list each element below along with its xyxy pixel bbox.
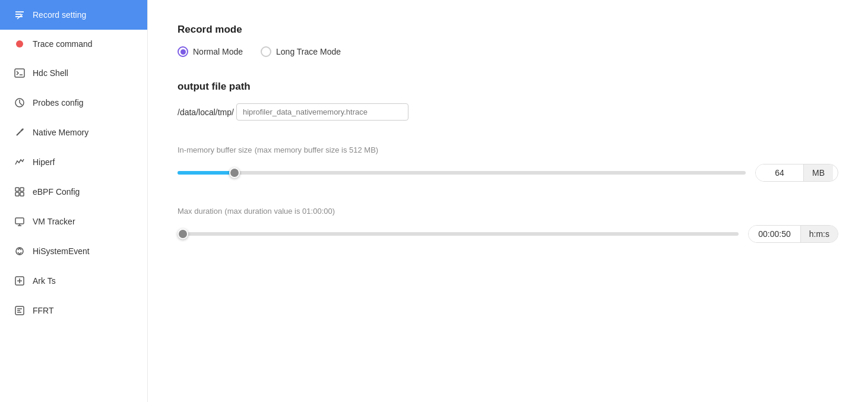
- sidebar-item-label: HiSystemEvent: [33, 246, 90, 256]
- sidebar-item-probes-config[interactable]: Probes config: [0, 88, 147, 118]
- ark-icon: [14, 276, 26, 286]
- svg-rect-13: [20, 192, 24, 196]
- sidebar-item-label: Native Memory: [33, 128, 88, 137]
- sidebar-item-ffrt[interactable]: FFRT: [0, 296, 147, 325]
- sidebar-item-label: FFRT: [33, 306, 54, 315]
- max-duration-value: 00:00:50: [749, 226, 800, 242]
- sidebar-item-ark-ts[interactable]: Ark Ts: [0, 266, 147, 296]
- sidebar-item-label: Ark Ts: [33, 276, 56, 286]
- sidebar-item-label: Hdc Shell: [33, 68, 68, 78]
- normal-mode-label: Normal Mode: [193, 47, 243, 56]
- main-content: Record mode Normal Mode Long Trace Mode …: [148, 0, 868, 402]
- ebpf-icon: [14, 186, 26, 197]
- buffer-size-value-box: 64 MB: [755, 164, 838, 182]
- normal-mode-radio[interactable]: [178, 46, 188, 57]
- buffer-size-slider-row: 64 MB: [178, 164, 838, 182]
- max-duration-unit: h:m:s: [800, 226, 838, 242]
- sys-icon: [14, 246, 26, 257]
- max-duration-track[interactable]: [178, 232, 739, 236]
- vm-icon: [14, 216, 26, 227]
- long-trace-radio[interactable]: [261, 46, 271, 57]
- svg-line-9: [17, 131, 21, 135]
- sidebar-item-label: Hiperf: [33, 157, 55, 167]
- max-duration-slider-row: 00:00:50 h:m:s: [178, 225, 838, 243]
- dot-icon: [14, 40, 26, 48]
- sidebar-item-ebpf-config[interactable]: eBPF Config: [0, 177, 147, 207]
- wrench-icon: [14, 127, 26, 138]
- lines-icon: [14, 10, 26, 20]
- buffer-size-section: In-memory buffer size (max memory buffer…: [178, 144, 838, 182]
- sidebar-item-native-memory[interactable]: Native Memory: [0, 118, 147, 147]
- sidebar-item-hdc-shell[interactable]: Hdc Shell: [0, 58, 147, 88]
- max-duration-value-box: 00:00:50 h:m:s: [748, 225, 838, 243]
- record-mode-title: Record mode: [178, 24, 838, 36]
- output-path-input[interactable]: [236, 103, 408, 121]
- sidebar-item-hisystemevent[interactable]: HiSystemEvent: [0, 236, 147, 266]
- sidebar: Record setting Trace command Hdc Shell: [0, 0, 148, 402]
- sidebar-item-label: VM Tracker: [33, 217, 75, 226]
- max-duration-section: Max duration (max duration value is 01:0…: [178, 205, 838, 243]
- record-mode-options: Normal Mode Long Trace Mode: [178, 46, 838, 57]
- buffer-size-subtitle: (max memory buffer size is 512 MB): [255, 145, 379, 154]
- max-duration-subtitle: (max duration value is 01:00:00): [224, 207, 335, 216]
- svg-rect-11: [20, 188, 24, 191]
- buffer-size-thumb[interactable]: [229, 167, 240, 178]
- svg-rect-4: [15, 69, 24, 77]
- hiperf-icon: [14, 157, 26, 167]
- max-duration-label: Max duration (max duration value is 01:0…: [178, 205, 838, 216]
- long-trace-option[interactable]: Long Trace Mode: [261, 46, 341, 57]
- buffer-size-track[interactable]: [178, 171, 746, 175]
- sidebar-item-label: Record setting: [33, 10, 86, 20]
- svg-line-8: [20, 103, 22, 105]
- svg-rect-14: [15, 218, 24, 224]
- sidebar-item-label: Trace command: [33, 39, 93, 49]
- sidebar-item-trace-command[interactable]: Trace command: [0, 30, 147, 58]
- sidebar-item-hiperf[interactable]: Hiperf: [0, 147, 147, 177]
- long-trace-label: Long Trace Mode: [276, 47, 341, 56]
- buffer-size-label: In-memory buffer size (max memory buffer…: [178, 144, 838, 154]
- output-file-section: output file path /data/local/tmp/: [178, 81, 838, 121]
- probe-icon: [14, 97, 26, 108]
- svg-rect-10: [15, 188, 19, 191]
- output-path-prefix: /data/local/tmp/: [178, 107, 234, 117]
- buffer-size-fill: [178, 171, 235, 175]
- record-mode-section: Record mode Normal Mode Long Trace Mode: [178, 24, 838, 57]
- ffrt-icon: [14, 305, 26, 316]
- shell-icon: [14, 68, 26, 78]
- normal-mode-option[interactable]: Normal Mode: [178, 46, 243, 57]
- svg-rect-12: [15, 192, 19, 196]
- sidebar-item-vm-tracker[interactable]: VM Tracker: [0, 207, 147, 236]
- output-path-row: /data/local/tmp/: [178, 103, 838, 121]
- sidebar-item-label: Probes config: [33, 98, 84, 107]
- max-duration-thumb[interactable]: [178, 229, 188, 239]
- sidebar-item-record-setting[interactable]: Record setting: [0, 0, 147, 30]
- buffer-size-value: 64: [756, 164, 803, 181]
- sidebar-item-label: eBPF Config: [33, 187, 80, 197]
- buffer-size-unit: MB: [803, 164, 833, 181]
- output-file-title: output file path: [178, 81, 838, 93]
